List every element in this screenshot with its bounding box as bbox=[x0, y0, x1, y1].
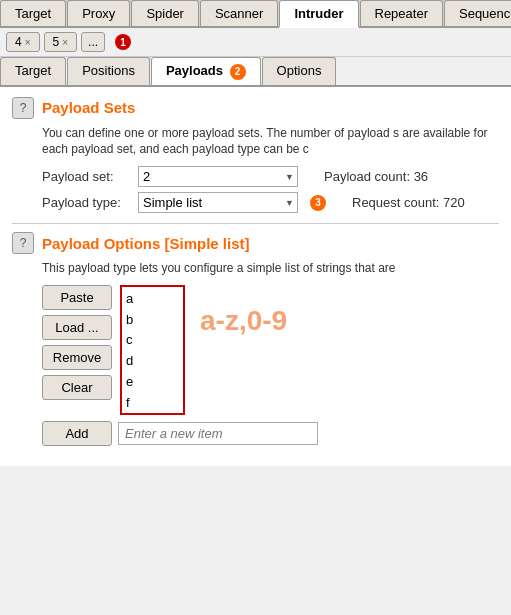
payload-count-info: Payload count: 36 bbox=[324, 169, 428, 184]
attack-tabs-row: 4 × 5 × ... 1 bbox=[0, 28, 511, 57]
list-area: abcdef a-z,0-9 bbox=[120, 285, 499, 415]
tab-sequencer[interactable]: Sequencer bbox=[444, 0, 511, 26]
tab-spider[interactable]: Spider bbox=[131, 0, 199, 26]
payload-type-select-wrapper: Simple list Runtime file Custom iterator bbox=[138, 192, 298, 213]
section-divider bbox=[12, 223, 499, 224]
load-button[interactable]: Load ... bbox=[42, 315, 112, 340]
payload-set-row: Payload set: 2 1 3 4 Payload count: 36 bbox=[42, 166, 499, 187]
payload-options-section: ? Payload Options [Simple list] This pay… bbox=[12, 232, 499, 446]
attack-badge: 1 bbox=[115, 34, 131, 51]
attack-tab-5-label: 5 bbox=[53, 35, 60, 49]
payload-count-value: 36 bbox=[414, 169, 428, 184]
sub-tab-target[interactable]: Target bbox=[0, 57, 66, 85]
attack-tab-5-close[interactable]: × bbox=[62, 37, 68, 48]
request-count-label: Request count: bbox=[352, 195, 439, 210]
payload-count-label: Payload count: bbox=[324, 169, 410, 184]
top-nav-tabs: Target Proxy Spider Scanner Intruder Rep… bbox=[0, 0, 511, 28]
tab-proxy[interactable]: Proxy bbox=[67, 0, 130, 26]
attack-tab-more[interactable]: ... bbox=[81, 32, 105, 52]
remove-button[interactable]: Remove bbox=[42, 345, 112, 370]
payload-type-select[interactable]: Simple list Runtime file Custom iterator bbox=[138, 192, 298, 213]
list-item: e bbox=[126, 372, 179, 393]
payload-options-description: This payload type lets you configure a s… bbox=[42, 260, 499, 277]
payload-sets-title: Payload Sets bbox=[42, 99, 135, 116]
list-item: b bbox=[126, 310, 179, 331]
add-item-row: Add bbox=[42, 421, 499, 446]
tab-intruder[interactable]: Intruder bbox=[279, 0, 358, 28]
payload-type-badge: 3 bbox=[310, 195, 326, 211]
attack-badge-number: 1 bbox=[115, 34, 131, 50]
payload-type-badge-wrap: 3 bbox=[307, 194, 326, 211]
sub-tab-payloads-badge: 2 bbox=[230, 64, 246, 80]
add-button[interactable]: Add bbox=[42, 421, 112, 446]
watermark-text: a-z,0-9 bbox=[200, 305, 287, 337]
list-item: c bbox=[126, 330, 179, 351]
attack-tab-4[interactable]: 4 × bbox=[6, 32, 40, 52]
list-item: d bbox=[126, 351, 179, 372]
list-item: a bbox=[126, 289, 179, 310]
add-item-input[interactable] bbox=[118, 422, 318, 445]
tab-scanner[interactable]: Scanner bbox=[200, 0, 278, 26]
tab-repeater[interactable]: Repeater bbox=[360, 0, 443, 26]
attack-tab-4-label: 4 bbox=[15, 35, 22, 49]
payload-sets-description: You can define one or more payload sets.… bbox=[42, 125, 499, 159]
paste-button[interactable]: Paste bbox=[42, 285, 112, 310]
attack-tab-4-close[interactable]: × bbox=[25, 37, 31, 48]
action-buttons-col: Paste Load ... Remove Clear bbox=[42, 285, 112, 415]
payload-type-label: Payload type: bbox=[42, 195, 132, 210]
tab-target[interactable]: Target bbox=[0, 0, 66, 26]
sub-tab-options[interactable]: Options bbox=[262, 57, 337, 85]
attack-tab-5[interactable]: 5 × bbox=[44, 32, 78, 52]
main-content: ? Payload Sets You can define one or mor… bbox=[0, 87, 511, 466]
payload-sets-help-button[interactable]: ? bbox=[12, 97, 34, 119]
payload-options-header: ? Payload Options [Simple list] bbox=[12, 232, 499, 254]
payload-sets-section: ? Payload Sets You can define one or mor… bbox=[12, 97, 499, 214]
sub-tab-payloads[interactable]: Payloads 2 bbox=[151, 57, 261, 85]
payload-set-label: Payload set: bbox=[42, 169, 132, 184]
payload-set-select-wrapper: 2 1 3 4 bbox=[138, 166, 298, 187]
payload-type-row: Payload type: Simple list Runtime file C… bbox=[42, 192, 499, 213]
payload-options-help-button[interactable]: ? bbox=[12, 232, 34, 254]
payload-sets-header: ? Payload Sets bbox=[12, 97, 499, 119]
request-count-info: Request count: 720 bbox=[352, 195, 465, 210]
clear-button[interactable]: Clear bbox=[42, 375, 112, 400]
payload-options-body: Paste Load ... Remove Clear abcdef a-z,0… bbox=[42, 285, 499, 415]
payload-options-title: Payload Options [Simple list] bbox=[42, 235, 250, 252]
sub-tab-positions[interactable]: Positions bbox=[67, 57, 150, 85]
request-count-value: 720 bbox=[443, 195, 465, 210]
list-item: f bbox=[126, 393, 179, 414]
sub-nav-tabs: Target Positions Payloads 2 Options bbox=[0, 57, 511, 87]
payload-list-box[interactable]: abcdef bbox=[120, 285, 185, 415]
payload-set-select[interactable]: 2 1 3 4 bbox=[138, 166, 298, 187]
sub-tab-payloads-label: Payloads bbox=[166, 63, 223, 78]
